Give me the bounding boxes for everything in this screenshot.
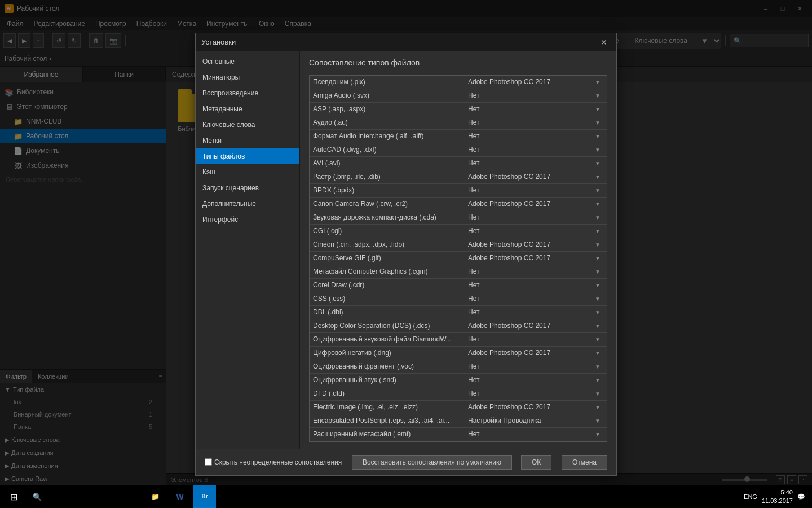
settings-item-scripts[interactable]: Запуск сценариев <box>196 180 299 196</box>
mapping-dropdown-arrow[interactable]: ▼ <box>592 336 603 343</box>
mapping-dropdown-arrow[interactable]: ▼ <box>592 418 603 424</box>
mapping-row[interactable]: CompuServe GIF (.gif)Adobe Photoshop CC … <box>310 252 607 265</box>
mapping-row[interactable]: Метафайл Computer Graphics (.cgm)Нет▼ <box>310 265 607 279</box>
mapping-dropdown-arrow[interactable]: ▼ <box>592 377 603 383</box>
mapping-cell-filename: Encapsulated PostScript (.eps, .ai3, .ai… <box>313 417 468 424</box>
mapping-dropdown-arrow[interactable]: ▼ <box>592 187 603 194</box>
mapping-dropdown-arrow[interactable]: ▼ <box>592 296 603 302</box>
mapping-cell-app: Нет <box>468 268 592 275</box>
dialog-close-button[interactable]: ✕ <box>597 36 611 49</box>
mapping-dropdown-arrow[interactable]: ▼ <box>592 323 603 329</box>
cancel-button[interactable]: Отмена <box>562 455 607 470</box>
mapping-row[interactable]: AutoCAD (.dwg, .dxf)Нет▼ <box>310 143 607 157</box>
mapping-row[interactable]: Оцифрованный звук (.snd)Нет▼ <box>310 374 607 387</box>
mapping-row[interactable]: Cineon (.cin, .sdpx, .dpx, .fido)Adobe P… <box>310 238 607 252</box>
mapping-cell-filename: Звуковая дорожка компакт-диска (.cda) <box>313 213 468 221</box>
dialog-body: Основные Миниатюры Воспроизведение Метад… <box>196 51 616 449</box>
settings-item-advanced[interactable]: Дополнительные <box>196 196 299 212</box>
mapping-dropdown-arrow[interactable]: ▼ <box>592 269 603 275</box>
mapping-dropdown-arrow[interactable]: ▼ <box>592 147 603 153</box>
mapping-cell-filename: CompuServe GIF (.gif) <box>313 254 468 262</box>
mapping-row[interactable]: Canon Camera Raw (.crw, .cr2)Adobe Photo… <box>310 198 607 211</box>
settings-item-interface[interactable]: Интерфейс <box>196 212 299 227</box>
mapping-dropdown-arrow[interactable]: ▼ <box>592 282 603 288</box>
mapping-row[interactable]: Формат Audio Interchange (.aif, .aiff)Не… <box>310 130 607 143</box>
mapping-row[interactable]: Растр (.bmp, .rle, .dib)Adobe Photoshop … <box>310 170 607 184</box>
mapping-dropdown-arrow[interactable]: ▼ <box>592 255 603 261</box>
mapping-row[interactable]: DTD (.dtd)Нет▼ <box>310 387 607 401</box>
mapping-dropdown-arrow[interactable]: ▼ <box>592 133 603 139</box>
mapping-dropdown-arrow[interactable]: ▼ <box>592 364 603 370</box>
mapping-row[interactable]: AVI (.avi)Нет▼ <box>310 157 607 170</box>
mapping-dropdown-arrow[interactable]: ▼ <box>592 242 603 248</box>
hide-checkbox-input[interactable] <box>205 458 212 466</box>
mapping-cell-app: Adobe Photoshop CC 2017 <box>468 349 592 357</box>
settings-item-playback[interactable]: Воспроизведение <box>196 85 299 101</box>
mapping-dropdown-arrow[interactable]: ▼ <box>592 228 603 234</box>
restore-defaults-button[interactable]: Восстановить сопоставления по умолчанию <box>352 455 512 470</box>
ok-button[interactable]: ОК <box>521 455 551 470</box>
settings-item-cache[interactable]: Кэш <box>196 164 299 180</box>
mapping-cell-filename: DBL (.dbl) <box>313 308 468 316</box>
mapping-row[interactable]: Аудио (.au)Нет▼ <box>310 116 607 130</box>
mapping-row[interactable]: ASP (.asp, .aspx)Нет▼ <box>310 103 607 116</box>
mapping-dropdown-arrow[interactable]: ▼ <box>592 214 603 221</box>
mapping-dropdown-arrow[interactable]: ▼ <box>592 201 603 207</box>
mapping-dropdown-arrow[interactable]: ▼ <box>592 160 603 167</box>
mapping-dropdown-arrow[interactable]: ▼ <box>592 106 603 112</box>
mapping-row[interactable]: Расширенный метафайл (.emf)Нет▼ <box>310 428 607 441</box>
mapping-cell-app: Нет <box>468 281 592 289</box>
mapping-row[interactable]: Amiga Audio (.svx)Нет▼ <box>310 89 607 103</box>
hide-undefined-checkbox[interactable]: Скрыть неопределенные сопоставления <box>205 458 342 466</box>
taskbar-app-word[interactable]: W <box>169 485 191 508</box>
notification-icon[interactable]: 💬 <box>797 493 805 501</box>
mapping-row[interactable]: BPDX (.bpdx)Нет▼ <box>310 184 607 198</box>
mapping-row[interactable]: Corel Draw (.cdr)Нет▼ <box>310 279 607 292</box>
mapping-row[interactable]: Electric Image (.img, .ei, .eiz, .eizz)A… <box>310 401 607 414</box>
settings-list: Основные Миниатюры Воспроизведение Метад… <box>196 51 300 449</box>
mapping-row[interactable]: Цифровой негатив (.dng)Adobe Photoshop C… <box>310 347 607 360</box>
mapping-dropdown-arrow[interactable]: ▼ <box>592 93 603 99</box>
mapping-dropdown-arrow[interactable]: ▼ <box>592 120 603 126</box>
settings-item-labels[interactable]: Метки <box>196 133 299 148</box>
mapping-row[interactable]: Desktop Color Separation (DCS) (.dcs)Ado… <box>310 319 607 333</box>
mapping-dropdown-arrow[interactable]: ▼ <box>592 309 603 316</box>
settings-item-basic[interactable]: Основные <box>196 54 299 69</box>
mapping-row[interactable]: DBL (.dbl)Нет▼ <box>310 306 607 319</box>
mapping-row[interactable]: Псевдоним (.pix)Adobe Photoshop CC 2017▼ <box>310 76 607 89</box>
mapping-cell-filename: Аудио (.au) <box>313 119 468 126</box>
mapping-cell-filename: Метафайл Computer Graphics (.cgm) <box>313 268 468 275</box>
mapping-row[interactable]: CGI (.cgi)Нет▼ <box>310 225 607 238</box>
settings-item-filetypes[interactable]: Типы файлов <box>196 148 299 164</box>
mapping-dropdown-arrow[interactable]: ▼ <box>592 391 603 397</box>
start-button[interactable]: ⊞ <box>0 485 27 508</box>
taskbar-search[interactable]: 🔍 <box>27 485 140 508</box>
mapping-table: Псевдоним (.pix)Adobe Photoshop CC 2017▼… <box>309 75 607 442</box>
mapping-row[interactable]: Оцифрованный звуковой файл DiamondW...Не… <box>310 333 607 347</box>
mapping-dropdown-arrow[interactable]: ▼ <box>592 404 603 410</box>
mapping-cell-filename: Оцифрованный фрагмент (.voc) <box>313 362 468 370</box>
mapping-cell-filename: CGI (.cgi) <box>313 227 468 235</box>
mapping-row[interactable]: Оцифрованный фрагмент (.voc)Нет▼ <box>310 360 607 374</box>
mapping-cell-filename: Псевдоним (.pix) <box>313 78 468 86</box>
mapping-dropdown-arrow[interactable]: ▼ <box>592 174 603 180</box>
mapping-dropdown-arrow[interactable]: ▼ <box>592 350 603 356</box>
mapping-dropdown-arrow[interactable]: ▼ <box>592 79 603 85</box>
mapping-cell-app: Нет <box>468 146 592 154</box>
mapping-cell-filename: Canon Camera Raw (.crw, .cr2) <box>313 200 468 208</box>
taskbar-app-explorer[interactable]: 📁 <box>144 485 166 508</box>
mapping-row[interactable]: CSS (.css)Нет▼ <box>310 292 607 306</box>
mapping-row[interactable]: Звуковая дорожка компакт-диска (.cda)Нет… <box>310 211 607 225</box>
mapping-cell-app: Adobe Photoshop CC 2017 <box>468 254 592 262</box>
mapping-cell-app: Нет <box>468 295 592 303</box>
mapping-row[interactable]: Encapsulated PostScript (.eps, .ai3, .ai… <box>310 414 607 428</box>
mapping-cell-app: Adobe Photoshop CC 2017 <box>468 403 592 411</box>
mapping-cell-app: Adobe Photoshop CC 2017 <box>468 322 592 330</box>
mapping-dropdown-arrow[interactable]: ▼ <box>592 431 603 437</box>
settings-item-thumbnails[interactable]: Миниатюры <box>196 69 299 85</box>
taskbar-app-bridge[interactable]: Br <box>193 485 216 508</box>
mapping-cell-app: Adobe Photoshop CC 2017 <box>468 240 592 248</box>
mapping-cell-filename: Amiga Audio (.svx) <box>313 91 468 99</box>
settings-item-metadata[interactable]: Метаданные <box>196 101 299 117</box>
settings-item-keywords[interactable]: Ключевые слова <box>196 117 299 133</box>
